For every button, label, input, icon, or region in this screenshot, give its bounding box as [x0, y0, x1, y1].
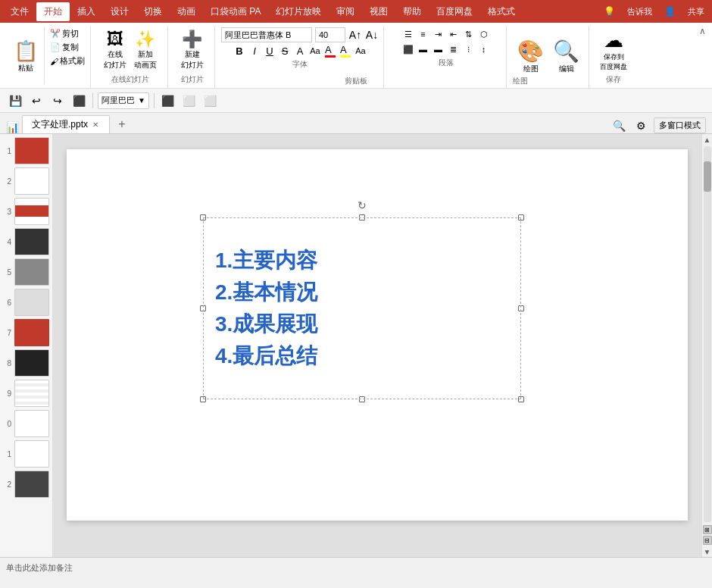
decrease-indent-button[interactable]: ⇤ — [447, 27, 461, 41]
save-to-cloud-button[interactable]: ☁ 保存到 百度网盘 — [597, 27, 630, 73]
notes-placeholder[interactable]: 单击此处添加备注 — [6, 562, 73, 574]
slide-img-4[interactable] — [14, 228, 49, 255]
menu-format[interactable]: 格式式 — [480, 2, 523, 21]
tell-me-btn[interactable]: 告诉我 — [623, 5, 657, 19]
text-direction-button[interactable]: ⇅ — [462, 27, 476, 41]
slide-img-6[interactable] — [14, 289, 49, 316]
menu-baidu-pan[interactable]: 百度网盘 — [429, 2, 480, 21]
slide-thumb-11[interactable]: 1 — [3, 440, 49, 468]
slide-thumb-6[interactable]: 6 — [3, 289, 49, 316]
view-outline-button[interactable]: ⬜ — [180, 92, 198, 110]
slide-thumb-9[interactable]: 9 — [3, 380, 49, 407]
format-painter-button[interactable]: 🖌格式刷 — [48, 55, 87, 67]
tab-close-button[interactable]: ✕ — [91, 120, 100, 129]
font-size-select[interactable] — [315, 27, 345, 42]
slide-img-7[interactable] — [14, 319, 49, 346]
undo-button[interactable]: ↩ — [27, 92, 45, 110]
slide-thumb-12[interactable]: 2 — [3, 471, 49, 498]
slide-thumb-8[interactable]: 8 — [3, 349, 49, 377]
scroll-fit-button[interactable]: ⊞ — [703, 525, 712, 534]
text-box-container[interactable]: ↻ 1.主要内容 2.基本情况 3.成果展现 4.最后总结 — [203, 217, 521, 399]
unknown-button[interactable]: ⬛ — [70, 92, 88, 110]
slide-img-3[interactable] — [14, 198, 49, 225]
shadow-button[interactable]: A — [293, 44, 307, 58]
align-center-button[interactable]: ▬ — [417, 42, 430, 56]
align-right-button[interactable]: ▬ — [432, 42, 445, 56]
decrease-font-button[interactable]: A↓ — [365, 28, 379, 42]
slide-canvas[interactable]: ↻ 1.主要内容 2.基本情况 3.成果展现 4.最后总结 — [67, 149, 688, 521]
font-color-button[interactable]: A — [323, 44, 337, 58]
menu-file[interactable]: 文件 — [3, 2, 36, 21]
search-tab-button[interactable]: 🔍 — [610, 118, 629, 133]
rotate-handle[interactable]: ↻ — [358, 199, 367, 208]
user-icon[interactable]: 👤 — [660, 5, 680, 18]
slide-img-2[interactable] — [14, 167, 49, 195]
highlight-button[interactable]: A — [339, 44, 352, 58]
slide-img-5[interactable] — [14, 258, 49, 286]
scroll-down-arrow[interactable]: ▼ — [702, 546, 713, 557]
share-btn[interactable]: 共享 — [683, 5, 709, 19]
line-spacing-button[interactable]: ↕ — [477, 42, 491, 56]
redo-button[interactable]: ↪ — [48, 92, 67, 110]
font-dropdown[interactable]: 阿里巴巴 ▼ — [98, 92, 149, 109]
light-bulb-icon[interactable]: 💡 — [599, 5, 620, 18]
save-toolbar-button[interactable]: 💾 — [6, 92, 24, 110]
ribbon-expand-button[interactable]: ∧ — [699, 26, 706, 36]
draw-button[interactable]: 🎨 绘图 — [513, 36, 548, 77]
slide-thumb-5[interactable]: 5 — [3, 258, 49, 286]
slide-thumb-3[interactable]: 3 — [3, 198, 49, 225]
scroll-fit-width-button[interactable]: ⊟ — [703, 536, 712, 545]
menu-view[interactable]: 视图 — [362, 2, 395, 21]
slide-img-10[interactable] — [14, 410, 49, 437]
file-tab[interactable]: 文字处理.pptx ✕ — [22, 115, 110, 133]
slide-img-8[interactable] — [14, 349, 49, 377]
underline-button[interactable]: U — [263, 44, 276, 58]
list-indent-button[interactable]: ⇥ — [432, 27, 445, 41]
bold-button[interactable]: B — [233, 44, 246, 58]
slide-thumb-7[interactable]: 7 — [3, 319, 49, 346]
align-justify-button[interactable]: ≣ — [447, 42, 461, 56]
char-spacing-button[interactable]: Aa — [308, 44, 322, 58]
numbered-list-button[interactable]: ≡ — [417, 27, 430, 41]
menu-pocket-animation[interactable]: 口袋动画 PA — [203, 2, 268, 21]
slide-thumb-1[interactable]: 1 — [3, 137, 49, 164]
scroll-track[interactable] — [704, 146, 711, 522]
edit-button[interactable]: 🔍 编辑 — [548, 36, 584, 77]
menu-home[interactable]: 开始 — [36, 2, 70, 21]
new-slide-button[interactable]: ➕ 新建 幻灯片 — [178, 27, 207, 73]
italic-button[interactable]: I — [248, 44, 261, 58]
copy-button[interactable]: 📄复制 — [48, 41, 87, 54]
menu-review[interactable]: 审阅 — [329, 2, 362, 21]
view-more-button[interactable]: ⬜ — [201, 92, 220, 110]
menu-help[interactable]: 帮助 — [395, 2, 429, 21]
settings-tab-button[interactable]: ⚙ — [633, 118, 649, 133]
strikethrough-button[interactable]: S — [278, 44, 292, 58]
menu-transition[interactable]: 切换 — [136, 2, 170, 21]
slide-thumb-4[interactable]: 4 — [3, 228, 49, 255]
online-slides-button[interactable]: 🖼 在线 幻灯片 — [101, 28, 130, 72]
scroll-thumb[interactable] — [704, 161, 711, 192]
cut-button[interactable]: ✂️剪切 — [48, 27, 87, 40]
menu-animation[interactable]: 动画 — [170, 2, 203, 21]
menu-slideshow[interactable]: 幻灯片放映 — [268, 2, 329, 21]
bullet-list-button[interactable]: ☰ — [401, 27, 415, 41]
menu-insert[interactable]: 插入 — [70, 2, 103, 21]
align-left-button[interactable]: ⬛ — [401, 42, 415, 56]
scroll-up-arrow[interactable]: ▲ — [702, 134, 713, 145]
slide-thumb-10[interactable]: 0 — [3, 410, 49, 437]
view-normal-button[interactable]: ⬛ — [159, 92, 177, 110]
font-name-select[interactable] — [221, 27, 312, 42]
slide-img-11[interactable] — [14, 440, 49, 468]
slide-img-12[interactable] — [14, 471, 49, 498]
increase-font-button[interactable]: A↑ — [348, 28, 362, 42]
convert-smartart-button[interactable]: ⬡ — [477, 27, 491, 41]
multiwindow-button[interactable]: 多窗口模式 — [654, 117, 706, 133]
add-tab-button[interactable]: + — [113, 115, 131, 133]
slide-img-1[interactable] — [14, 137, 49, 164]
add-animation-page-button[interactable]: ✨ 新加 动画页 — [131, 28, 160, 72]
menu-design[interactable]: 设计 — [103, 2, 136, 21]
font-size-adjust-button[interactable]: Aa — [354, 44, 367, 58]
column-button[interactable]: ⁝ — [462, 42, 476, 56]
slide-thumb-2[interactable]: 2 — [3, 167, 49, 195]
slide-img-9[interactable] — [14, 380, 49, 407]
